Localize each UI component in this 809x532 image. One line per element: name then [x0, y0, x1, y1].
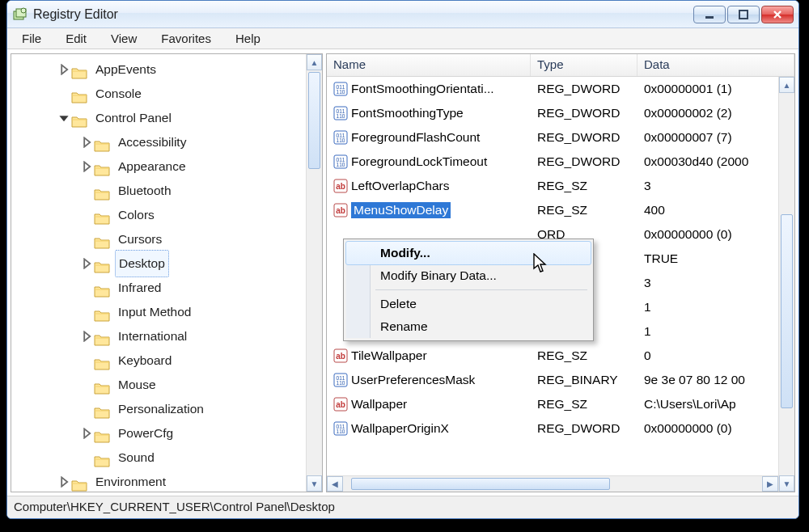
- value-type: REG_DWORD: [531, 130, 637, 145]
- tree-item[interactable]: Sound: [13, 445, 322, 470]
- column-name[interactable]: Name: [327, 54, 531, 76]
- menubar: File Edit View Favorites Help: [7, 28, 798, 49]
- string-value-icon: ab: [333, 397, 348, 412]
- value-row[interactable]: 011110WallpaperOriginXREG_DWORD0x0000000…: [327, 416, 778, 441]
- binary-value-icon: 011110: [333, 421, 348, 436]
- value-data: 0x00000001 (1): [637, 82, 778, 96]
- expand-icon[interactable]: [58, 64, 70, 75]
- tree-leaf-icon: [81, 452, 92, 463]
- tree-item[interactable]: Colors: [13, 203, 322, 227]
- folder-icon: [71, 87, 87, 100]
- collapse-icon[interactable]: [58, 112, 70, 124]
- svg-text:110: 110: [337, 89, 345, 95]
- minimize-button[interactable]: [693, 6, 726, 23]
- folder-icon: [94, 160, 110, 173]
- value-type: REG_DWORD: [531, 154, 637, 169]
- tree-item[interactable]: Bluetooth: [13, 179, 322, 203]
- value-row[interactable]: abLeftOverlapCharsREG_SZ3: [327, 174, 778, 198]
- scroll-track[interactable]: [779, 93, 794, 475]
- ctx-delete[interactable]: Delete: [346, 293, 591, 315]
- scroll-up-button[interactable]: ▲: [307, 54, 322, 70]
- scroll-track[interactable]: [307, 70, 322, 475]
- value-data: 0x00000000 (0): [637, 227, 778, 242]
- tree-item[interactable]: Console: [13, 82, 322, 106]
- ctx-rename[interactable]: Rename: [346, 315, 591, 338]
- value-name: WallpaperOriginX: [351, 421, 449, 436]
- menu-help[interactable]: Help: [226, 28, 275, 49]
- tree-item[interactable]: Infrared: [13, 276, 322, 300]
- scroll-track[interactable]: [343, 476, 762, 492]
- value-name: MenuShowDelay: [351, 202, 451, 218]
- folder-icon: [94, 354, 110, 367]
- tree-item-label: Mouse: [115, 372, 159, 398]
- value-row[interactable]: 011110FontSmoothingTypeREG_DWORD0x000000…: [327, 101, 778, 125]
- scroll-right-button[interactable]: ▶: [762, 476, 778, 492]
- expand-icon[interactable]: [81, 258, 92, 269]
- value-row[interactable]: 011110ForegroundFlashCountREG_DWORD0x000…: [327, 125, 778, 150]
- tree-item[interactable]: Personalization: [13, 397, 322, 421]
- value-name: TileWallpaper: [351, 348, 427, 363]
- tree-pane: AppEventsConsoleControl PanelAccessibili…: [11, 53, 323, 492]
- tree-item[interactable]: Desktop: [13, 251, 322, 276]
- tree-item[interactable]: Input Method: [13, 300, 322, 324]
- menu-view[interactable]: View: [101, 28, 151, 49]
- tree-item[interactable]: Environment: [13, 470, 322, 492]
- tree-item-label: Sound: [115, 445, 158, 471]
- folder-icon: [71, 475, 87, 488]
- column-type[interactable]: Type: [531, 54, 637, 76]
- scroll-down-button[interactable]: ▼: [307, 475, 322, 492]
- tree-leaf-icon: [81, 403, 92, 415]
- tree-item[interactable]: PowerCfg: [13, 421, 322, 445]
- tree-item[interactable]: Accessibility: [13, 130, 322, 154]
- value-row[interactable]: 011110ForegroundLockTimeoutREG_DWORD0x00…: [327, 150, 778, 174]
- tree-leaf-icon: [81, 379, 92, 391]
- tree-item-label: Appearance: [115, 154, 189, 179]
- menu-favorites[interactable]: Favorites: [151, 28, 226, 49]
- expand-icon[interactable]: [81, 161, 92, 172]
- menu-edit[interactable]: Edit: [56, 28, 101, 49]
- svg-rect-3: [705, 16, 714, 19]
- scroll-thumb[interactable]: [308, 72, 320, 169]
- maximize-button[interactable]: [727, 6, 760, 23]
- tree-item[interactable]: International: [13, 324, 322, 348]
- ctx-modify[interactable]: Modify...: [345, 241, 591, 265]
- svg-text:ab: ab: [336, 400, 345, 409]
- tree-item[interactable]: Keyboard: [13, 348, 322, 373]
- value-type: REG_SZ: [531, 348, 637, 363]
- ctx-modify-binary[interactable]: Modify Binary Data...: [346, 264, 591, 287]
- close-button[interactable]: [761, 6, 794, 23]
- scroll-up-button[interactable]: ▲: [779, 77, 794, 93]
- expand-icon[interactable]: [81, 331, 92, 342]
- tree-item[interactable]: Appearance: [13, 154, 322, 179]
- menu-file[interactable]: File: [12, 28, 56, 49]
- window-title: Registry Editor: [33, 7, 693, 22]
- value-data: 1: [637, 300, 778, 315]
- scroll-thumb[interactable]: [351, 478, 610, 490]
- value-row[interactable]: abTileWallpaperREG_SZ0: [327, 344, 778, 368]
- value-row[interactable]: 011110UserPreferencesMaskREG_BINARY9e 3e…: [327, 368, 778, 392]
- expand-icon[interactable]: [58, 476, 70, 488]
- value-name: FontSmoothingOrientati...: [351, 82, 494, 96]
- binary-value-icon: 011110: [333, 130, 348, 145]
- column-data[interactable]: Data: [637, 54, 794, 76]
- tree-item[interactable]: Cursors: [13, 227, 322, 251]
- tree-item[interactable]: Mouse: [13, 373, 322, 397]
- tree-item-label: Control Panel: [92, 105, 175, 131]
- expand-icon[interactable]: [81, 137, 92, 148]
- tree-scrollbar[interactable]: ▲ ▼: [306, 54, 322, 492]
- scroll-thumb[interactable]: [781, 214, 793, 408]
- value-name: ForegroundLockTimeout: [351, 154, 487, 169]
- values-hscrollbar[interactable]: ◀ ▶: [327, 475, 778, 492]
- value-row[interactable]: 011110FontSmoothingOrientati...REG_DWORD…: [327, 77, 778, 101]
- values-vscrollbar[interactable]: ▲ ▼: [778, 77, 794, 492]
- value-row[interactable]: abWallpaperREG_SZC:\Users\Lori\Ap: [327, 392, 778, 416]
- tree-leaf-icon: [81, 355, 92, 366]
- scroll-left-button[interactable]: ◀: [327, 476, 343, 492]
- registry-tree[interactable]: AppEventsConsoleControl PanelAccessibili…: [11, 54, 322, 492]
- value-row[interactable]: abMenuShowDelayREG_SZ400: [327, 198, 778, 222]
- scroll-down-button[interactable]: ▼: [779, 475, 794, 492]
- tree-item[interactable]: AppEvents: [13, 57, 322, 82]
- tree-item[interactable]: Control Panel: [13, 106, 322, 130]
- expand-icon[interactable]: [81, 428, 92, 439]
- titlebar[interactable]: Registry Editor: [7, 1, 798, 28]
